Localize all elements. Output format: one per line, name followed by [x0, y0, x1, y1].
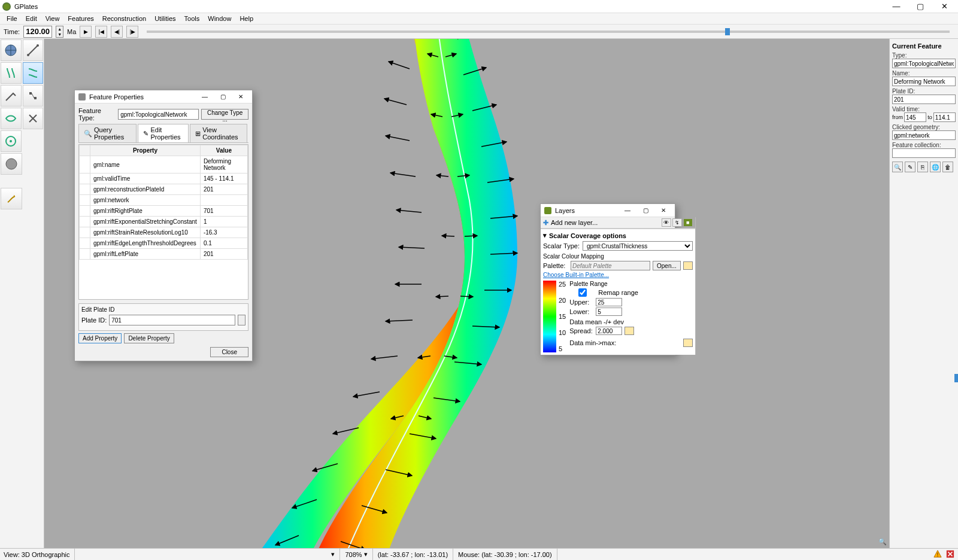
layers-title: Layers: [555, 207, 575, 214]
add-layer-link[interactable]: Add new layer...: [551, 219, 598, 226]
slider-thumb[interactable]: [725, 28, 730, 35]
chevron-down-icon[interactable]: ▾: [543, 232, 547, 239]
digitize-tool[interactable]: [1, 85, 22, 106]
tab-query-properties[interactable]: 🔍Query Properties: [78, 124, 137, 142]
layers-icon: [544, 207, 551, 214]
feature-properties-window[interactable]: Feature Properties — ▢ ✕ Feature Type: C…: [74, 90, 253, 361]
menu-reconstruction[interactable]: Reconstruction: [98, 15, 150, 22]
tab-edit-properties[interactable]: ✎Edit Properties: [138, 124, 189, 142]
rp-globe-icon[interactable]: 🌐: [930, 162, 941, 172]
delete-property-button[interactable]: Delete Property: [124, 333, 174, 343]
step-back-button[interactable]: ◀|: [111, 26, 123, 38]
move-vertex-tool[interactable]: [23, 85, 44, 106]
menu-features[interactable]: Features: [63, 15, 98, 22]
table-row[interactable]: gml:nameDeforming Network: [80, 156, 248, 174]
table-row[interactable]: gml:validTime145 - 114.1: [80, 174, 248, 184]
menu-help[interactable]: Help: [235, 15, 257, 22]
layer-color-icon[interactable]: ■: [683, 218, 693, 227]
menu-edit[interactable]: Edit: [22, 15, 41, 22]
layer-vis-icon[interactable]: 👁: [662, 218, 671, 227]
feature-type-input[interactable]: [118, 109, 199, 120]
fp-minimize[interactable]: —: [197, 92, 213, 102]
layers-scrollbar[interactable]: [695, 217, 696, 355]
layers-titlebar[interactable]: Layers — ▢ ✕: [541, 204, 675, 217]
menu-window[interactable]: Window: [204, 15, 235, 22]
zoom-icon[interactable]: 🔍: [878, 538, 887, 546]
globe-canvas[interactable]: Feature Properties — ▢ ✕ Feature Type: C…: [44, 39, 889, 548]
minmax-apply-icon[interactable]: [683, 339, 693, 347]
rp-edit-icon[interactable]: ✎: [905, 162, 915, 172]
change-type-button[interactable]: Change Type ...: [201, 109, 248, 120]
spread-apply-icon[interactable]: [624, 327, 634, 335]
topology-tool[interactable]: [1, 108, 22, 129]
play-button[interactable]: ▶: [80, 26, 92, 38]
svg-line-47: [460, 296, 473, 297]
menu-tools[interactable]: Tools: [180, 15, 204, 22]
rp-clicked-input[interactable]: [892, 130, 956, 140]
rp-delete-icon[interactable]: 🗑: [942, 162, 953, 172]
split-tool[interactable]: [23, 108, 44, 129]
window-maximize[interactable]: ▢: [909, 1, 932, 13]
kinematics-tool[interactable]: [1, 188, 22, 209]
choose-builtin-link[interactable]: Choose Built-in Palette...: [543, 272, 693, 278]
error-icon[interactable]: [946, 550, 954, 558]
select-feature-tool[interactable]: [1, 62, 22, 84]
rp-fc-input[interactable]: [892, 148, 956, 158]
upper-input[interactable]: [596, 298, 622, 306]
lower-input[interactable]: [596, 308, 622, 316]
menu-view[interactable]: View: [41, 15, 64, 22]
add-property-button[interactable]: Add Property: [78, 333, 122, 343]
fp-close-icon[interactable]: ✕: [233, 92, 248, 102]
fp-close-button[interactable]: Close: [210, 347, 248, 357]
palette-input[interactable]: [571, 261, 650, 270]
rp-to-input[interactable]: [933, 112, 956, 122]
layers-minimize[interactable]: —: [620, 205, 635, 216]
plateid-spinner[interactable]: [238, 315, 245, 325]
menu-file[interactable]: File: [2, 15, 22, 22]
spread-input[interactable]: [596, 327, 622, 335]
globe-tool[interactable]: [1, 39, 22, 61]
table-row[interactable]: gpml:riftRightPlate701: [80, 206, 248, 217]
rp-clone-icon[interactable]: ⎘: [917, 162, 928, 172]
layers-maximize[interactable]: ▢: [638, 205, 653, 216]
feature-properties-titlebar[interactable]: Feature Properties — ▢ ✕: [75, 90, 252, 104]
palette-open-button[interactable]: Open...: [653, 261, 681, 270]
table-row[interactable]: gpml:reconstructionPlateId201: [80, 184, 248, 195]
table-row[interactable]: gpml:network: [80, 195, 248, 206]
rp-name-input[interactable]: [892, 77, 956, 86]
rewind-start-button[interactable]: |◀: [95, 26, 107, 38]
tab-view-coordinates[interactable]: ⊞View Coordinates: [190, 124, 247, 142]
layers-close-icon[interactable]: ✕: [656, 205, 671, 216]
table-row[interactable]: gpml:riftStrainRateResolutionLog10-16.3: [80, 227, 248, 238]
menu-utilities[interactable]: Utilities: [150, 15, 180, 22]
rp-from-input[interactable]: [904, 112, 926, 122]
table-row[interactable]: gpml:riftExponentialStretchingConstant1: [80, 217, 248, 227]
zoom-dropdown-icon[interactable]: ▾: [364, 550, 368, 558]
palette-browse-icon[interactable]: [683, 261, 693, 270]
rp-plateid-input[interactable]: [892, 95, 956, 104]
rightpanel-resize-handle[interactable]: [954, 374, 958, 382]
warning-icon[interactable]: [933, 550, 942, 558]
table-row[interactable]: gpml:riftEdgeLengthThresholdDegrees0.1: [80, 238, 248, 249]
plateid-input[interactable]: [109, 315, 235, 325]
fp-maximize[interactable]: ▢: [215, 92, 231, 102]
click-geometry-tool[interactable]: [23, 62, 44, 84]
layer-link-icon[interactable]: ↯: [672, 218, 682, 227]
time-slider[interactable]: [147, 31, 950, 33]
measure-tool[interactable]: [23, 39, 44, 61]
pole-tool[interactable]: [1, 130, 22, 152]
layers-window[interactable]: Layers — ▢ ✕ ✚ Add new layer... 👁 ↯ ■: [540, 203, 675, 355]
remap-checkbox[interactable]: [569, 288, 596, 297]
properties-table[interactable]: Property Value gml:nameDeforming Network…: [79, 145, 248, 260]
rp-type-input[interactable]: [892, 59, 956, 68]
table-row[interactable]: gpml:riftLeftPlate201: [80, 249, 248, 260]
step-forward-button[interactable]: |▶: [126, 26, 138, 38]
time-input[interactable]: [23, 26, 52, 38]
window-minimize[interactable]: —: [885, 1, 908, 13]
window-close[interactable]: ✕: [933, 1, 956, 13]
scalar-type-select[interactable]: gpml:CrustalThickness: [583, 241, 693, 251]
rp-query-icon[interactable]: 🔍: [892, 162, 903, 172]
time-spinner[interactable]: ▲▼: [56, 26, 63, 38]
view-dropdown-icon[interactable]: ▾: [331, 550, 335, 558]
grey-globe-tool[interactable]: [1, 153, 22, 175]
